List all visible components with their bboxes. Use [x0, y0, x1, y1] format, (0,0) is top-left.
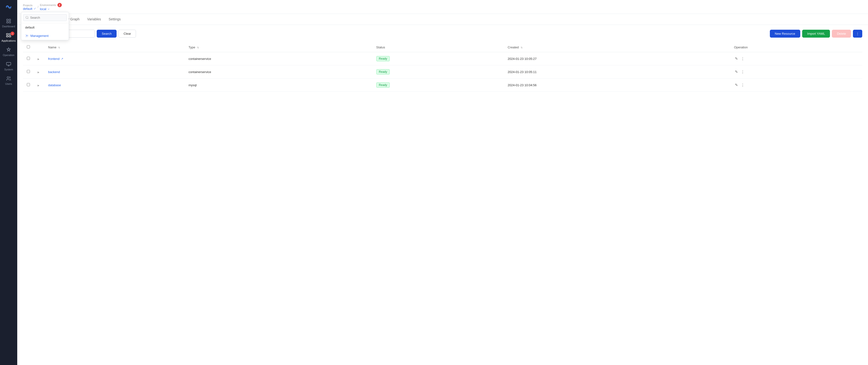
resource-link-database[interactable]: database: [48, 83, 181, 87]
dropdown-item-management-label: Management: [30, 34, 49, 38]
resource-link-frontend[interactable]: frontend ↗: [48, 57, 181, 61]
delete-button[interactable]: Delete: [832, 30, 851, 38]
gear-icon: [25, 34, 29, 37]
environment-selector[interactable]: local: [40, 7, 62, 11]
col-operation: Operation: [730, 42, 862, 52]
status-badge-frontend: Ready: [376, 56, 390, 61]
sidebar-item-operation[interactable]: Operation: [0, 44, 17, 58]
row-name-frontend: frontend ↗: [44, 52, 185, 65]
row-created-frontend: 2024-01-23 10:05:27: [504, 52, 731, 65]
app-logo[interactable]: [0, 0, 17, 13]
new-resource-button[interactable]: New Resource: [770, 30, 800, 38]
more-button-frontend[interactable]: ⋮: [740, 56, 745, 62]
row-created-database: 2024-01-23 10:04:56: [504, 79, 731, 92]
svg-rect-7: [6, 36, 8, 37]
sidebar-item-dashboard[interactable]: Dashboard: [0, 15, 17, 30]
edit-button-backend[interactable]: ✎: [734, 69, 739, 75]
page-tabs: Resources Dependency Graph Variables Set…: [17, 14, 868, 25]
operation-icon: [6, 47, 11, 53]
select-all-checkbox[interactable]: [27, 45, 30, 49]
row-name-database: database: [44, 79, 185, 92]
row-expand-frontend: ▶: [34, 52, 44, 65]
project-selector[interactable]: default: [23, 7, 36, 10]
dropdown-search-wrap: [21, 12, 69, 23]
chevron-down-icon: [47, 8, 50, 10]
more-button-backend[interactable]: ⋮: [740, 69, 745, 75]
row-actions-database: ✎ ⋮: [730, 79, 862, 92]
dropdown-item-management[interactable]: Management: [21, 32, 69, 40]
svg-rect-5: [6, 33, 8, 35]
svg-rect-4: [9, 22, 10, 23]
dropdown-search-input[interactable]: [23, 14, 67, 21]
svg-point-11: [26, 35, 27, 36]
sidebar-nav: Dashboard 1 Applications: [0, 15, 17, 87]
row-type-database: mysql: [185, 79, 372, 92]
row-check-frontend: [23, 52, 34, 65]
row-check-database: [23, 79, 34, 92]
projects-label: Projects: [23, 4, 33, 7]
import-yaml-button[interactable]: Import YAML: [802, 30, 830, 38]
expand-icon-database[interactable]: ▶: [38, 84, 39, 87]
page-body: ⚲ Search Clear New Resource Import YAML …: [17, 25, 868, 365]
svg-rect-2: [9, 19, 10, 21]
name-sort-icon[interactable]: ⇅: [58, 46, 60, 49]
expand-icon-frontend[interactable]: ▶: [38, 58, 39, 60]
sidebar-operation-label: Operation: [3, 54, 14, 57]
environments-section: Environments 2 local: [40, 3, 62, 11]
table-row: ▶ database mysql Ready 2024-01-23 10:04:…: [23, 79, 862, 92]
row-actions-frontend: ✎ ⋮: [730, 52, 862, 65]
search-button[interactable]: Search: [97, 30, 117, 38]
row-created-backend: 2024-01-23 10:05:11: [504, 65, 731, 79]
checkmark-icon: [33, 7, 36, 10]
row-checkbox-frontend[interactable]: [27, 57, 30, 60]
tab-variables[interactable]: Variables: [83, 14, 104, 25]
row-expand-backend: ▶: [34, 65, 44, 79]
row-expand-database: ▶: [34, 79, 44, 92]
col-status: Status: [372, 42, 504, 52]
select-all-col: [23, 42, 34, 52]
created-sort-icon[interactable]: ⇅: [521, 46, 523, 49]
row-status-frontend: Ready: [372, 52, 504, 65]
projects-dropdown-menu: default Management: [21, 12, 69, 40]
row-status-database: Ready: [372, 79, 504, 92]
external-link-icon-frontend[interactable]: ↗: [61, 57, 63, 60]
system-icon: [6, 61, 11, 67]
resource-link-backend[interactable]: backend: [48, 70, 181, 74]
svg-rect-9: [6, 62, 11, 65]
table-body: ▶ frontend ↗ containerservice Ready: [23, 52, 862, 92]
more-button-database[interactable]: ⋮: [740, 82, 745, 88]
col-name: Name ⇅: [44, 42, 185, 52]
clear-button[interactable]: Clear: [119, 30, 136, 38]
toolbar-right: New Resource Import YAML Delete ⋮: [770, 30, 863, 38]
sidebar-item-applications[interactable]: 1 Applications: [0, 30, 17, 44]
sidebar-applications-label: Applications: [1, 39, 16, 42]
more-options-button[interactable]: ⋮: [853, 30, 862, 38]
svg-rect-3: [7, 22, 8, 23]
dropdown-item-default[interactable]: default: [21, 23, 69, 32]
edit-button-frontend[interactable]: ✎: [734, 56, 739, 62]
sidebar: Dashboard 1 Applications: [0, 0, 17, 365]
row-name-backend: backend: [44, 65, 185, 79]
tab-settings[interactable]: Settings: [105, 14, 125, 25]
environment-value: local: [40, 7, 46, 11]
type-sort-icon[interactable]: ⇅: [197, 46, 199, 49]
sidebar-dashboard-label: Dashboard: [2, 25, 15, 28]
breadcrumb: Projects default default: [23, 3, 62, 11]
row-checkbox-database[interactable]: [27, 83, 30, 86]
sidebar-users-label: Users: [5, 82, 12, 85]
table-row: ▶ backend containerservice Ready 2024-01…: [23, 65, 862, 79]
col-type: Type ⇅: [185, 42, 372, 52]
col-created: Created ⇅: [504, 42, 731, 52]
toolbar: ⚲ Search Clear New Resource Import YAML …: [23, 30, 862, 38]
svg-rect-1: [7, 19, 8, 21]
sidebar-item-users[interactable]: Users: [0, 73, 17, 87]
sidebar-item-system[interactable]: System: [0, 58, 17, 73]
table-header: Name ⇅ Type ⇅ Status Created ⇅: [23, 42, 862, 52]
expand-icon-backend[interactable]: ▶: [38, 71, 39, 73]
dashboard-icon: [6, 18, 11, 24]
environments-badge: 2: [58, 3, 62, 7]
row-checkbox-backend[interactable]: [27, 70, 30, 73]
status-badge-backend: Ready: [376, 69, 390, 74]
row-type-frontend: containerservice: [185, 52, 372, 65]
edit-button-database[interactable]: ✎: [734, 82, 739, 88]
